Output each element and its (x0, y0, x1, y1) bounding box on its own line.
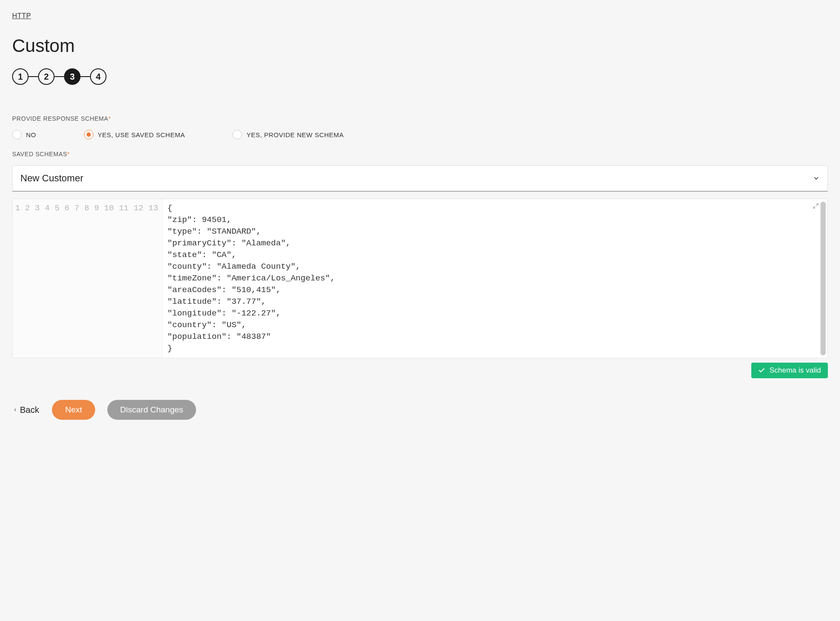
chevron-left-icon (13, 406, 17, 413)
step-connector (55, 76, 64, 77)
saved-schemas-value: New Customer (20, 173, 83, 184)
radio-label: NO (26, 131, 36, 138)
back-button-label: Back (20, 405, 39, 415)
radio-icon (12, 130, 22, 139)
radio-label: YES, USE SAVED SCHEMA (98, 131, 185, 138)
step-2[interactable]: 2 (38, 68, 55, 85)
footer: Back Next Discard Changes (12, 400, 828, 420)
page-title: Custom (12, 35, 828, 56)
schema-option-1[interactable]: YES, USE SAVED SCHEMA (84, 130, 185, 139)
radio-label: YES, PROVIDE NEW SCHEMA (246, 131, 344, 138)
radio-icon (84, 130, 93, 139)
step-connector (29, 76, 38, 77)
expand-icon[interactable] (813, 202, 819, 213)
saved-schemas-label-text: SAVED SCHEMAS (12, 151, 67, 158)
schema-option-2[interactable]: YES, PROVIDE NEW SCHEMA (232, 130, 344, 139)
schema-radio-group: NOYES, USE SAVED SCHEMAYES, PROVIDE NEW … (12, 130, 828, 139)
schema-valid-badge: Schema is valid (751, 363, 828, 378)
schema-editor[interactable]: 1 2 3 4 5 6 7 8 9 10 11 12 13 { "zip": 9… (12, 199, 828, 358)
svg-line-0 (816, 204, 818, 206)
provide-schema-label: PROVIDE RESPONSE SCHEMA* (12, 115, 828, 122)
schema-valid-text: Schema is valid (769, 366, 821, 375)
back-button[interactable]: Back (12, 402, 40, 418)
stepper: 1234 (12, 68, 828, 85)
step-4[interactable]: 4 (90, 68, 106, 85)
editor-scrollbar[interactable] (821, 202, 826, 355)
schema-option-0[interactable]: NO (12, 130, 36, 139)
required-star: * (108, 115, 111, 122)
provide-schema-label-text: PROVIDE RESPONSE SCHEMA (12, 115, 108, 122)
radio-icon (232, 130, 242, 139)
saved-schemas-label: SAVED SCHEMAS* (12, 151, 828, 158)
step-connector (80, 76, 90, 77)
editor-gutter: 1 2 3 4 5 6 7 8 9 10 11 12 13 (13, 199, 162, 358)
step-3[interactable]: 3 (64, 68, 80, 85)
check-icon (758, 367, 765, 374)
next-button[interactable]: Next (52, 400, 95, 420)
required-star: * (67, 151, 70, 158)
editor-code[interactable]: { "zip": 94501, "type": "STANDARD", "pri… (162, 199, 821, 358)
breadcrumb-http[interactable]: HTTP (12, 12, 31, 20)
saved-schemas-select[interactable]: New Customer (12, 165, 828, 192)
chevron-down-icon (813, 175, 820, 182)
svg-line-1 (814, 206, 815, 208)
discard-button[interactable]: Discard Changes (107, 400, 196, 420)
step-1[interactable]: 1 (12, 68, 29, 85)
